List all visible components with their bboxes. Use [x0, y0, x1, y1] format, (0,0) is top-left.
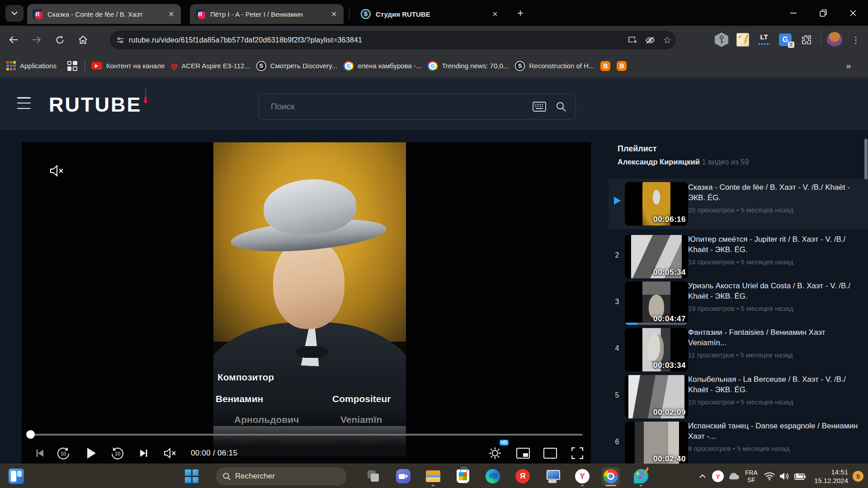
window-restore-button[interactable] — [808, 0, 838, 26]
new-tab-button[interactable]: + — [513, 6, 528, 20]
bookmark-star-icon[interactable]: ☆ — [659, 32, 676, 49]
address-bar[interactable]: rutube.ru/video/615f1da85a7bb577daf20d63… — [110, 31, 676, 49]
seek-bar[interactable] — [30, 434, 583, 436]
edge-button[interactable] — [484, 467, 502, 485]
search-icon[interactable] — [550, 96, 572, 117]
battery-icon[interactable] — [793, 467, 808, 485]
paint-button[interactable] — [632, 467, 650, 485]
window-minimize-button[interactable] — [778, 0, 808, 26]
rutube-logo[interactable]: RUTUBE — [49, 93, 142, 117]
pip-button[interactable] — [513, 443, 533, 463]
playlist-item[interactable]: 4 00:03:34 Фантазии - Fantaisies / Вениа… — [609, 326, 868, 373]
tab-close-icon[interactable] — [329, 9, 339, 19]
language-indicator[interactable]: FRASF — [741, 469, 762, 483]
forward-10-button[interactable]: 10 — [108, 443, 127, 463]
bookmark-applications[interactable]: Applications — [6, 61, 57, 70]
yandex-app-button[interactable]: Y — [573, 467, 591, 485]
bookmark-item[interactable]: S Reconstruction of H... — [515, 61, 594, 71]
playlist-item-title[interactable]: Уриэль Акоста Uriel da Costa / В. Хаэт -… — [688, 282, 850, 300]
next-track-button[interactable] — [134, 443, 154, 463]
playlist-item[interactable]: 3 00:04:47 Уриэль Акоста Uriel da Costa … — [609, 280, 868, 327]
video-thumbnail[interactable]: 00:06:16 — [625, 182, 688, 225]
site-search-box[interactable]: Поиск — [259, 94, 576, 120]
video-thumbnail[interactable]: 00:04:47 — [625, 282, 688, 325]
chrome-button[interactable] — [602, 467, 620, 485]
playlist-item-title[interactable]: Фантазии - Fantaisies / Вениамин Хаэт Ve… — [688, 328, 825, 347]
microsoft-store-button[interactable] — [454, 467, 472, 485]
notes-extension-icon[interactable] — [734, 31, 752, 49]
bookmark-item[interactable]: елена камбурова -... — [344, 61, 421, 71]
play-button[interactable] — [81, 443, 101, 463]
passwords-key-icon[interactable] — [712, 31, 731, 49]
fullscreen-button[interactable] — [567, 443, 587, 463]
languagetool-extension-icon[interactable]: LT — [755, 31, 773, 49]
theater-mode-button[interactable] — [540, 443, 560, 463]
tab-search-button[interactable] — [5, 5, 24, 22]
playlist-item[interactable]: 2 00:05:34 Юпитер смеётся - Jupiter rit … — [609, 233, 868, 280]
volume-icon[interactable] — [777, 467, 793, 485]
playlist-item-title[interactable]: Колыбельная - La Berceuse / В. Хаэт - V.… — [688, 375, 846, 394]
google-translate-extension-icon[interactable]: G — [776, 31, 794, 49]
tray-chevron-icon[interactable] — [695, 467, 710, 485]
extensions-puzzle-icon[interactable] — [797, 31, 816, 49]
page-scrollbar[interactable] — [864, 139, 868, 179]
playlist-item-title[interactable]: Юпитер смеётся - Jupiter rit / В. Хаэт -… — [688, 235, 845, 254]
bookmark-item[interactable]: tp ACER Aspire E3-112... — [171, 61, 250, 70]
wifi-icon[interactable] — [762, 467, 777, 485]
video-thumbnail[interactable]: 00:03:34 — [625, 328, 688, 371]
window-close-button[interactable] — [838, 0, 868, 26]
chat-button[interactable] — [394, 467, 412, 485]
task-view-button[interactable] — [364, 467, 382, 485]
url-text[interactable]: rutube.ru/video/615f1da85a7bb577daf20d63… — [129, 36, 624, 44]
bookmark-item[interactable]: S Смотреть Discovery... — [256, 61, 337, 71]
bookmark-item[interactable]: Контент на канале — [91, 62, 165, 70]
playlist-item-current[interactable]: 00:06:16 Сказка - Conte de fée / В. Хаэт… — [609, 178, 868, 229]
video-player[interactable]: Композитор Вениамин Арнольдович Хаэт: "С… — [22, 142, 591, 464]
seek-knob[interactable] — [26, 430, 35, 439]
back-button[interactable] — [4, 30, 23, 49]
tab-close-icon[interactable] — [490, 9, 500, 19]
remote-desktop-button[interactable] — [543, 467, 561, 485]
muted-speaker-icon[interactable] — [50, 165, 64, 177]
video-thumbnail[interactable]: 00:02:40 — [625, 422, 688, 465]
bookmark-blogger[interactable]: B — [617, 61, 627, 71]
menu-kebab-icon[interactable]: ⋮ — [847, 31, 865, 49]
bookmarks-overflow-chevron[interactable]: » — [846, 61, 851, 71]
site-settings-icon[interactable] — [116, 36, 124, 44]
playlist-item-title[interactable]: Сказка - Conte de fée / В. Хаэт - V. /В.… — [688, 183, 850, 202]
clock[interactable]: 14:5115.12.2024 — [814, 468, 848, 485]
notification-badge[interactable]: 5 — [853, 471, 863, 482]
taskbar-search[interactable]: Rechercher — [216, 467, 346, 485]
onedrive-cloud-icon[interactable] — [726, 467, 741, 485]
eye-off-icon[interactable] — [642, 32, 659, 49]
profile-avatar[interactable] — [826, 31, 844, 49]
menu-burger-icon[interactable] — [17, 97, 31, 109]
yandex-tray-icon[interactable]: Y — [710, 467, 726, 485]
playlist-item[interactable]: 6 00:02:40 Испанский танец - Danse espag… — [609, 420, 868, 467]
tab-active[interactable]: R Сказка - Conte de fée / В. Хаэт — [27, 4, 181, 24]
rewind-10-button[interactable]: 10 — [53, 443, 73, 463]
settings-button[interactable]: HD — [485, 443, 505, 463]
playlist-author[interactable]: Александр Кирияцкий — [618, 158, 700, 166]
tab-close-icon[interactable] — [166, 9, 176, 19]
forward-button[interactable] — [27, 30, 46, 49]
playlist-item[interactable]: 5 00:02:09 Колыбельная - La Berceuse / В… — [609, 373, 868, 420]
widgets-button[interactable] — [7, 467, 25, 485]
tab[interactable]: R Пётр I - A - Peter I / Вениамин — [190, 4, 344, 24]
video-thumbnail[interactable]: 00:05:34 — [625, 235, 688, 278]
reload-button[interactable] — [50, 30, 69, 49]
bookmark-squares[interactable] — [67, 61, 77, 71]
bookmark-blogger[interactable]: B — [600, 61, 610, 71]
file-explorer-button[interactable] — [424, 467, 442, 485]
playlist-item-title[interactable]: Испанский танец - Danse espagnole / Вени… — [688, 422, 858, 441]
yandex-browser-button[interactable]: Я — [514, 467, 532, 485]
home-button[interactable] — [73, 30, 92, 49]
video-thumbnail[interactable]: 00:02:09 — [625, 375, 688, 418]
tab[interactable]: S Студия RUTUBE — [355, 4, 505, 24]
keyboard-icon[interactable] — [528, 96, 550, 117]
install-icon[interactable] — [624, 32, 642, 49]
bookmark-item[interactable]: Trending news: 70,0... — [428, 61, 509, 71]
mute-button[interactable] — [160, 443, 180, 463]
start-button[interactable] — [183, 467, 201, 485]
previous-track-button[interactable] — [30, 443, 50, 463]
